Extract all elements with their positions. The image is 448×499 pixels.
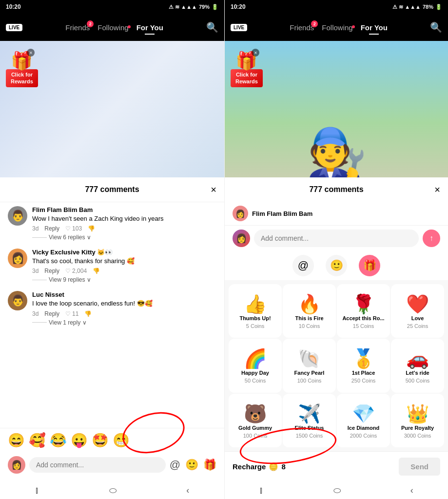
rose-icon: 🌹	[352, 295, 375, 313]
friends-badge: 2	[87, 20, 94, 27]
view-replies-button[interactable]: View 1 reply ∨	[32, 319, 216, 326]
close-icon[interactable]: ×	[27, 49, 35, 57]
gift-pure-royalty[interactable]: 👑 Pure Royalty 3000 Coins	[391, 394, 444, 447]
left-tab-for-you[interactable]: For You	[136, 23, 163, 32]
right-status-bar: 10:20 ⚠ ≋ ▲▲▲ 78% 🔋	[225, 0, 448, 14]
right-rewards-label[interactable]: Click for Rewards	[231, 69, 263, 87]
comment-meta: 3d Reply ♡ 103 👎	[32, 225, 216, 232]
send-button[interactable]: ↑	[423, 230, 440, 247]
emoji-big-grin[interactable]: 😁	[113, 432, 130, 448]
plane-icon: ✈️	[298, 404, 321, 423]
gift-love[interactable]: ❤️ Love 25 Coins	[391, 284, 444, 338]
emoji-star-eyes[interactable]: 🤩	[92, 432, 109, 448]
left-panel: 10:20 ⚠ ≋ ▲▲▲ 79% 🔋 LIVE Friends 2 Follo…	[0, 0, 224, 499]
table-row: 👨 Flim Flam Blim Bam Wow I haven't seen …	[8, 206, 216, 241]
nav-back-icon[interactable]: ‹	[186, 485, 189, 496]
right-close-icon[interactable]: ×	[252, 49, 259, 57]
comment-meta: 3d Reply ♡ 2,004 👎	[32, 268, 216, 274]
gift-price: 10 Coins	[299, 323, 320, 329]
gift-name: Love	[411, 315, 424, 321]
gift-name: Elite Status	[295, 425, 324, 431]
gift-lets-ride[interactable]: 🚗 Let's ride 500 Coins	[391, 339, 444, 392]
right-input-avatar: 👩	[233, 230, 250, 247]
right-rewards-button[interactable]: 🎁 × Click for Rewards	[231, 51, 263, 87]
emoji-laugh[interactable]: 😄	[8, 432, 25, 448]
avatar: 👨	[8, 206, 27, 226]
comment-username: Vicky Exclusive Kitty 🐱👀	[32, 249, 216, 256]
emoji-cry-laugh[interactable]: 😂	[50, 432, 67, 448]
left-rewards-button[interactable]: 🎁 × Click for Rewards	[6, 51, 38, 87]
send-gift-button[interactable]: Send	[399, 458, 440, 476]
gifts-close-button[interactable]: ×	[434, 184, 440, 195]
comment-input-row: 👩 @ 🙂 🎁	[0, 452, 224, 481]
input-avatar: 👩	[8, 456, 25, 474]
comment-username: Flim Flam Blim Bam	[32, 206, 216, 213]
nav-home-icon[interactable]: ⬭	[109, 485, 117, 496]
right-comment-input[interactable]	[254, 230, 419, 247]
bear-icon: 🐻	[244, 404, 267, 423]
gift-happy-day[interactable]: 🌈 Happy Day 50 Coins	[229, 339, 282, 392]
gift-name: Fancy Pearl	[294, 370, 325, 376]
rewards-label[interactable]: Click for Rewards	[6, 69, 38, 87]
right-tab-friends[interactable]: Friends 2	[290, 23, 314, 32]
comment-content: Luc Nisset I love the loop scenario, end…	[32, 291, 216, 326]
right-time: 10:20	[231, 3, 246, 10]
emoji-love[interactable]: 🥰	[29, 432, 46, 448]
comment-input[interactable]	[29, 457, 166, 473]
comment-time: 3d	[32, 225, 39, 232]
view-replies-button[interactable]: View 6 replies ∨	[32, 234, 216, 241]
bottom-bar: Recharge 🪙 8 Send	[225, 451, 448, 481]
reply-button[interactable]: Reply	[44, 310, 59, 317]
gift-picker-icon[interactable]: 🎁	[203, 459, 216, 471]
coin-count: 8	[281, 462, 285, 471]
gift-icon-button[interactable]: 🎁	[359, 255, 380, 276]
left-live-badge[interactable]: LIVE	[6, 24, 22, 31]
gift-elite-status[interactable]: ✈️ Elite Status 1500 Coins	[283, 394, 336, 447]
reply-button[interactable]: Reply	[44, 225, 59, 232]
emoji-icon-button[interactable]: 🙂	[326, 255, 347, 276]
left-search-icon[interactable]: 🔍	[206, 21, 218, 33]
gift-thumbs-up[interactable]: 👍 Thumbs Up! 5 Coins	[229, 284, 282, 338]
reply-button[interactable]: Reply	[44, 268, 59, 274]
emoji-tongue[interactable]: 😛	[71, 432, 88, 448]
right-signal: ⚠ ≋ ▲▲▲	[392, 4, 421, 10]
left-tab-following[interactable]: Following	[97, 23, 128, 32]
gift-name: Happy Day	[241, 370, 269, 376]
comment-text: I love the loop scenario, endless fun! 😎…	[32, 299, 216, 308]
gift-gold-gummy[interactable]: 🐻 Gold Gummy 100 Coins	[229, 394, 282, 447]
gift-price: 15 Coins	[353, 323, 374, 329]
gift-fire[interactable]: 🔥 This is Fire 10 Coins	[283, 284, 336, 338]
avatar: 👨	[8, 291, 27, 310]
right-search-icon[interactable]: 🔍	[430, 21, 442, 33]
nav-menu-icon[interactable]: ⫿	[35, 485, 39, 496]
gift-first-place[interactable]: 🥇 1st Place 250 Coins	[337, 339, 390, 392]
at-icon-button[interactable]: @	[292, 255, 314, 276]
right-nav-menu-icon[interactable]: ⫿	[259, 485, 264, 496]
diamond-icon: 💎	[352, 404, 375, 423]
dislike-icon[interactable]: 👎	[88, 225, 95, 232]
right-live-badge[interactable]: LIVE	[231, 24, 247, 31]
gift-rose[interactable]: 🌹 Accept this Ro... 15 Coins	[337, 284, 390, 338]
action-icons-row: @ 🙂 🎁	[225, 251, 448, 280]
right-tab-following[interactable]: Following	[322, 23, 352, 32]
medal-icon: 🥇	[352, 349, 375, 368]
comment-time: 3d	[32, 310, 39, 317]
right-nav-bottom: ⫿ ⬭ ‹	[225, 481, 448, 499]
comment-text: That's so cool, thanks for sharing 🥰	[32, 257, 216, 266]
gift-ice-diamond[interactable]: 💎 Ice Diamond 2000 Coins	[337, 394, 390, 447]
at-icon[interactable]: @	[170, 459, 180, 471]
gift-name: Ice Diamond	[348, 425, 379, 431]
teaser-text: Flim Flam Blim Bam	[252, 210, 312, 217]
view-replies-button[interactable]: View 9 replies ∨	[32, 276, 216, 283]
comments-close-button[interactable]: ×	[211, 184, 216, 195]
right-nav-back-icon[interactable]: ‹	[410, 485, 413, 496]
left-tab-friends[interactable]: Friends 2	[65, 23, 90, 32]
input-icons: @ 🙂 🎁	[170, 459, 216, 471]
right-tab-for-you[interactable]: For You	[361, 23, 388, 32]
emoji-picker-icon[interactable]: 🙂	[185, 459, 198, 471]
right-nav-home-icon[interactable]: ⬭	[333, 485, 341, 496]
dislike-icon[interactable]: 👎	[84, 310, 92, 317]
right-nav-bar: LIVE Friends 2 Following For You 🔍	[225, 14, 448, 41]
gift-fancy-pearl[interactable]: 🐚 Fancy Pearl 100 Coins	[283, 339, 336, 392]
dislike-icon[interactable]: 👎	[93, 268, 100, 274]
